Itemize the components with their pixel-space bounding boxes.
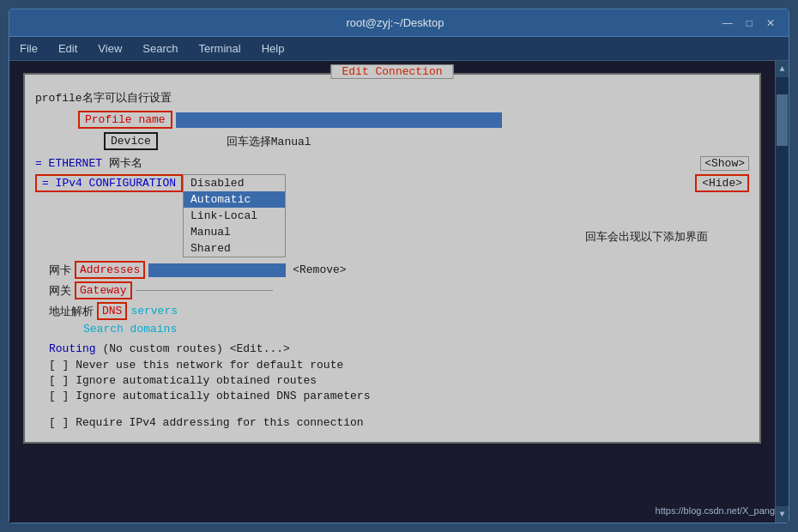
content-area: Edit Connection profile名字可以自行设置 Profile … — [9, 61, 789, 523]
menu-file[interactable]: File — [16, 40, 41, 57]
scroll-thumb[interactable] — [777, 94, 788, 146]
window-controls: — □ ✕ — [719, 15, 778, 31]
spacer — [49, 405, 749, 414]
profile-name-row: Profile name — [35, 111, 749, 129]
profile-note-row: profile名字可以自行设置 — [35, 90, 749, 106]
close-button[interactable]: ✕ — [763, 15, 778, 31]
ethernet-row: = ETHERNET 网卡名 <Show> — [35, 155, 749, 171]
profile-note: profile名字可以自行设置 — [35, 90, 172, 106]
addresses-row: 网卡 Addresses <Remove> — [49, 261, 749, 279]
menu-view[interactable]: View — [94, 40, 125, 57]
gateway-input-line — [136, 290, 273, 291]
search-domains-label: Search domains — [83, 323, 177, 336]
addresses-label[interactable]: Addresses — [75, 261, 145, 279]
scrollbar: ▲ ▼ — [775, 61, 789, 523]
routing-suffix: (No custom routes) <Edit...> — [102, 342, 289, 355]
dialog-title-tab: Edit Connection — [330, 64, 453, 79]
device-row: Device 回车选择Manual — [35, 132, 749, 150]
routing-row: Routing (No custom routes) <Edit...> — [49, 342, 749, 355]
right-note: 回车会出现以下添加界面 — [585, 229, 708, 245]
dropdown-item-linklocal[interactable]: Link-Local — [184, 208, 285, 224]
dropdown-item-disabled[interactable]: Disabled — [184, 175, 285, 191]
terminal-content: Edit Connection profile名字可以自行设置 Profile … — [9, 61, 775, 523]
dns-label[interactable]: DNS — [97, 302, 127, 320]
scroll-down-arrow[interactable]: ▼ — [776, 506, 788, 523]
checkbox-3[interactable]: [ ] Ignore automatically obtained DNS pa… — [49, 390, 749, 402]
checkboxes-section: [ ] Never use this network for default r… — [49, 359, 749, 429]
search-domains-row: Search domains — [83, 323, 749, 336]
scroll-up-arrow[interactable]: ▲ — [776, 61, 788, 77]
dropdown-item-shared[interactable]: Shared — [184, 240, 285, 257]
dns-suffix: servers — [130, 305, 178, 317]
gateway-row: 网关 Gateway — [49, 281, 749, 299]
gateway-label[interactable]: Gateway — [75, 281, 132, 299]
minimize-button[interactable]: — — [719, 15, 736, 31]
maximize-button[interactable]: □ — [743, 15, 756, 31]
watermark: https://blog.csdn.net/X_pang — [656, 505, 775, 516]
dns-row: 地址解析 DNS servers — [49, 302, 749, 320]
checkbox-1[interactable]: [ ] Never use this network for default r… — [49, 359, 749, 372]
gateway-chinese: 网关 — [49, 283, 71, 299]
checkbox-2[interactable]: [ ] Ignore automatically obtained routes — [49, 374, 749, 387]
scroll-track[interactable] — [776, 77, 789, 506]
dropdown-menu[interactable]: Disabled Automatic Link-Local Manual Sha… — [183, 174, 286, 257]
main-window: root@zyj:~/Desktop — □ ✕ File Edit View … — [9, 9, 789, 523]
manual-note: 回车选择Manual — [227, 134, 311, 149]
remove-button[interactable]: <Remove> — [293, 263, 346, 276]
dropdown-item-manual[interactable]: Manual — [184, 224, 285, 240]
menu-search[interactable]: Search — [139, 40, 181, 57]
ethernet-label: = ETHERNET — [35, 157, 102, 170]
ethernet-chinese: 网卡名 — [109, 155, 142, 171]
checkbox-4[interactable]: [ ] Require IPv4 addressing for this con… — [49, 416, 749, 429]
menu-terminal[interactable]: Terminal — [196, 40, 245, 57]
dropdown-item-automatic[interactable]: Automatic — [184, 191, 285, 208]
ipv4-dropdown-container: Disabled Automatic Link-Local Manual Sha… — [183, 174, 286, 257]
show-button[interactable]: <Show> — [700, 156, 749, 171]
nic-label: 网卡 — [49, 263, 71, 278]
dialog-title: Edit Connection — [342, 65, 442, 78]
ipv4-row: = IPv4 CONFIGURATION Disabled Automatic … — [35, 174, 749, 257]
menu-help[interactable]: Help — [258, 40, 288, 57]
profile-name-input[interactable] — [176, 112, 502, 128]
addresses-section: 网卡 Addresses <Remove> 网关 Gateway 地址解析 — [49, 261, 749, 336]
menu-edit[interactable]: Edit — [55, 40, 81, 57]
ipv4-label[interactable]: = IPv4 CONFIGURATION — [35, 174, 183, 192]
profile-name-label[interactable]: Profile name — [78, 111, 172, 129]
addresses-input[interactable] — [148, 263, 286, 277]
device-label[interactable]: Device — [104, 132, 158, 150]
titlebar: root@zyj:~/Desktop — □ ✕ — [9, 9, 789, 37]
hide-button[interactable]: <Hide> — [695, 174, 749, 192]
menubar: File Edit View Search Terminal Help — [9, 37, 789, 61]
routing-text: Routing — [49, 342, 96, 355]
dns-note: 地址解析 — [49, 304, 94, 319]
window-title: root@zyj:~/Desktop — [71, 16, 719, 29]
